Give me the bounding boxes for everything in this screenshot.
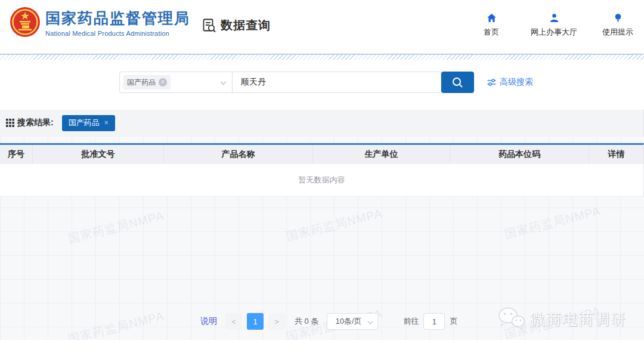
app-title: 数据查询 [202, 17, 271, 33]
nav-item-label: 网上办事大厅 [531, 27, 577, 38]
total-count-text: 共 0 条 [295, 316, 318, 327]
content-area: 国家药监局NMPA 国家药监局NMPA 国家药监局NMPA 国家药监局NMPA … [0, 136, 644, 340]
column-header-approval-no: 批准文号 [33, 145, 164, 164]
keyword-input[interactable] [233, 72, 441, 93]
nmpa-watermark: 国家药监局NMPA [503, 203, 602, 242]
nmpa-watermark: 国家药监局NMPA [66, 308, 166, 340]
home-icon [487, 13, 497, 23]
grid-icon [6, 119, 14, 127]
nav-item-service-hall[interactable]: 网上办事大厅 [531, 13, 577, 38]
org-subtitle: National Medical Products Administration [45, 30, 190, 37]
filter-sliders-icon [487, 78, 496, 86]
wechat-icon [498, 306, 525, 332]
bulb-icon [613, 13, 623, 23]
goto-suffix: 页 [450, 316, 457, 327]
table-header-row: 序号 批准文号 产品名称 生产单位 药品本位码 详情 [0, 145, 643, 164]
page-size-select[interactable]: 10条/页 [327, 313, 378, 330]
tag-close-icon[interactable]: × [159, 78, 167, 86]
search-icon [451, 76, 464, 89]
category-tag: 国产药品 × [123, 75, 171, 89]
empty-state-text: 暂无数据内容 [0, 164, 643, 197]
advanced-search-label: 高级搜索 [500, 77, 533, 88]
org-title-block: 国家药品监督管理局 National Medical Products Admi… [45, 9, 190, 37]
header: 国家药品监督管理局 National Medical Products Admi… [0, 0, 644, 54]
top-nav: 首页 网上办事大厅 使用提示 [477, 13, 633, 38]
search-results-bar: 搜索结果: 国产药品 × [0, 110, 644, 136]
goto-page-input[interactable] [423, 313, 445, 330]
brand-watermark-text: 微商电商调研 [530, 309, 627, 329]
filter-tag[interactable]: 国产药品 × [62, 115, 115, 131]
national-emblem-logo [10, 7, 41, 38]
goto-label: 前往 [403, 316, 419, 327]
results-label: 搜索结果: [6, 117, 54, 128]
column-header-index: 序号 [0, 145, 33, 164]
document-search-icon [202, 18, 217, 33]
column-header-drug-code: 药品本位码 [450, 145, 589, 164]
column-header-product-name: 产品名称 [164, 145, 313, 164]
brand-watermark: 微商电商调研 [498, 306, 627, 332]
nav-item-label: 使用提示 [602, 27, 633, 38]
column-header-detail: 详情 [589, 145, 643, 164]
current-page-button[interactable]: 1 [247, 313, 264, 330]
advanced-search-link[interactable]: 高级搜索 [487, 77, 533, 88]
chevron-down-icon [220, 81, 227, 85]
search-bar: 国产药品 × 高级搜索 [119, 72, 533, 93]
page-size-value: 10条/页 [335, 316, 361, 327]
pagination: 说明 < 1 > 共 0 条 10条/页 前往 页 [200, 313, 457, 330]
nav-item-usage-tips[interactable]: 使用提示 [602, 13, 633, 38]
nmpa-watermark: 国家药监局NMPA [284, 205, 384, 244]
prev-page-button[interactable]: < [225, 313, 242, 330]
note-link[interactable]: 说明 [200, 316, 217, 327]
filter-tag-close-icon[interactable]: × [104, 119, 109, 127]
chevron-down-icon [367, 321, 373, 324]
category-select[interactable]: 国产药品 × [119, 72, 233, 93]
nmpa-watermark: 国家药监局NMPA [66, 208, 166, 247]
column-header-manufacturer: 生产单位 [313, 145, 450, 164]
footer-spacer [0, 340, 644, 353]
data-query-page: 国家药品监督管理局 National Medical Products Admi… [0, 0, 644, 353]
app-title-text: 数据查询 [221, 17, 271, 33]
next-page-button[interactable]: > [268, 313, 285, 330]
hatched-divider [0, 54, 644, 60]
user-icon [549, 13, 559, 23]
results-label-text: 搜索结果: [17, 117, 54, 128]
search-button[interactable] [441, 72, 474, 93]
filter-tag-label: 国产药品 [69, 117, 100, 128]
nav-item-home[interactable]: 首页 [477, 13, 506, 38]
category-tag-label: 国产药品 [127, 78, 156, 88]
results-table: 序号 批准文号 产品名称 生产单位 药品本位码 详情 暂无数据内容 [0, 143, 644, 197]
nav-item-label: 首页 [484, 27, 499, 38]
org-title: 国家药品监督管理局 [45, 9, 190, 27]
